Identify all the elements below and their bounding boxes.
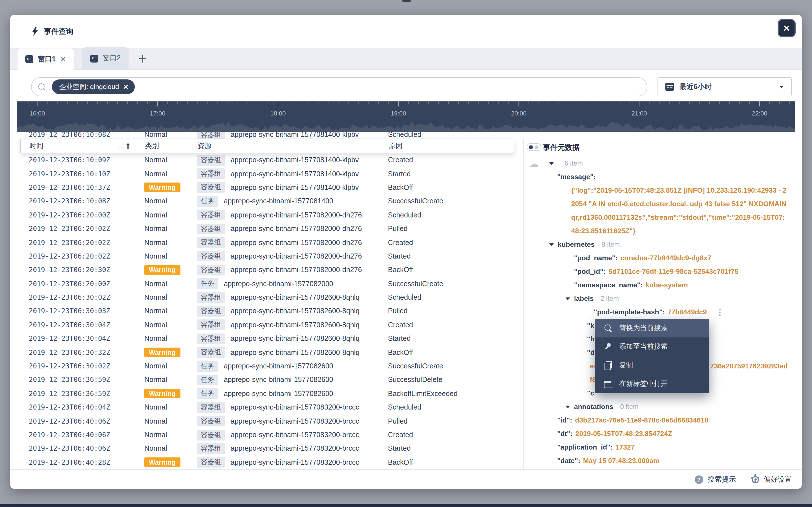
- table-row[interactable]: 2019-12-23T06:20:02Z Normal 容器组 apprepo-…: [17, 222, 522, 236]
- table-row[interactable]: 2019-12-23T06:40:06Z Normal 容器组 apprepo-…: [17, 414, 522, 428]
- display-toggle-icon[interactable]: [527, 143, 541, 151]
- tab-label: 窗口1: [38, 54, 56, 64]
- event-time: 2019-12-23T06:10:37Z: [29, 184, 144, 191]
- metadata-key: "d: [587, 349, 595, 356]
- metadata-line[interactable]: labels 2 item: [543, 292, 788, 305]
- metadata-line[interactable]: "pod_name": coredns-77b8449dc9-dg8x7: [543, 251, 788, 265]
- event-level: Warning: [144, 183, 180, 192]
- more-icon[interactable]: [719, 311, 720, 313]
- event-reason: Pulled: [388, 307, 522, 315]
- resource-kind-badge: 任务: [197, 375, 218, 385]
- table-row[interactable]: 2019-12-23T06:30:02Z Normal 容器组 apprepo-…: [17, 291, 522, 304]
- collapse-arrow-icon[interactable]: [566, 297, 570, 300]
- table-row[interactable]: 2019-12-23T06:40:06Z Normal 容器组 apprepo-…: [17, 428, 522, 442]
- table-row[interactable]: 2019-12-23T06:20:02Z Normal 容器组 apprepo-…: [17, 236, 522, 249]
- collapse-arrow-icon[interactable]: [549, 162, 554, 165]
- collapse-arrow-icon[interactable]: [566, 405, 570, 408]
- resource-kind-badge: 任务: [197, 278, 218, 289]
- event-level: Normal: [144, 238, 167, 246]
- context-menu-item[interactable]: 在新标签中打开: [595, 375, 709, 393]
- event-level: Normal: [144, 445, 167, 453]
- tab-strip: 窗口1 窗口2: [10, 48, 802, 70]
- time-range-value: 最近6小时: [679, 82, 774, 92]
- table-row[interactable]: 2019-12-23T06:30:02Z Normal 任务 apprepo-s…: [17, 359, 522, 373]
- timeline-hour-label: 20:00: [511, 110, 526, 117]
- resource-name: apprepo-sync-bitnami-1577081400-klpbv: [231, 170, 359, 178]
- metadata-line[interactable]: 6 item: [543, 157, 788, 170]
- metadata-line[interactable]: annotations 0 item: [543, 400, 788, 413]
- table-row[interactable]: 2019-12-23T06:10:09Z Normal 容器组 apprepo-…: [17, 153, 522, 167]
- table-row[interactable]: 2019-12-23T06:30:04Z Normal 容器组 apprepo-…: [17, 318, 522, 332]
- table-row[interactable]: 2019-12-23T06:30:04Z Normal 容器组 apprepo-…: [17, 332, 522, 346]
- metadata-line[interactable]: kubernetes 8 item: [543, 238, 788, 251]
- terminal-icon: [90, 54, 98, 62]
- timeline-hour-label: 17:00: [150, 110, 165, 117]
- event-reason: Created: [388, 238, 522, 246]
- search-row: 企业空间: qingcloud 最近6小时: [31, 77, 792, 96]
- table-row[interactable]: 2019-12-23T06:36:59Z Normal 任务 apprepo-s…: [17, 373, 522, 387]
- add-tab-button[interactable]: [135, 51, 150, 66]
- event-time: 2019-12-23T06:40:28Z: [29, 459, 144, 466]
- event-reason: BackOff: [388, 266, 522, 274]
- table-row[interactable]: 2019-12-23T06:36:59Z Warning 任务 apprepo-…: [17, 387, 522, 400]
- resource-kind-badge: 容器组: [197, 430, 225, 440]
- metadata-value: 17327: [615, 443, 635, 451]
- event-time: 2019-12-23T06:40:04Z: [29, 403, 144, 411]
- metadata-line[interactable]: "date": May 15 07:48:23.000am: [543, 454, 788, 467]
- context-menu-item[interactable]: 替换为当前搜索: [595, 319, 709, 337]
- table-row[interactable]: 2019-12-23T06:30:32Z Warning 容器组 apprepo…: [17, 346, 522, 359]
- metadata-line[interactable]: "message":: [543, 170, 788, 184]
- tab-window-2[interactable]: 窗口2: [82, 47, 129, 69]
- context-menu-item[interactable]: 复制: [595, 356, 709, 375]
- time-range-select[interactable]: 最近6小时: [658, 77, 792, 96]
- tab-window-1[interactable]: 窗口1: [17, 48, 74, 70]
- menu-item-label: 添加至当前搜索: [619, 342, 668, 351]
- table-row[interactable]: 2019-12-23T06:20:30Z Warning 容器组 apprepo…: [17, 263, 522, 277]
- tab-close-icon[interactable]: [61, 57, 65, 62]
- menu-item-label: 在新标签中打开: [619, 379, 668, 389]
- table-row[interactable]: 2019-12-23T06:20:00Z Normal 容器组 apprepo-…: [17, 208, 522, 222]
- cloud-icon[interactable]: ☁: [529, 159, 539, 168]
- table-row[interactable]: 2019-12-23T06:10:37Z Warning 容器组 apprepo…: [17, 181, 522, 194]
- search-tips-button[interactable]: 搜索提示: [695, 474, 736, 484]
- collapse-arrow-icon[interactable]: [549, 243, 554, 246]
- event-reason: Scheduled: [388, 403, 522, 411]
- table-row[interactable]: 2019-12-23T06:10:08Z Normal 任务 apprepo-s…: [17, 194, 522, 208]
- table-row[interactable]: 2019-12-23T06:30:03Z Normal 容器组 apprepo-…: [17, 304, 522, 318]
- table-row[interactable]: 2019-12-23T06:10:10Z Normal 容器组 apprepo-…: [17, 167, 522, 181]
- table-row[interactable]: 2019-12-23T06:40:28Z Warning 容器组 apprepo…: [17, 455, 522, 469]
- remove-filter-icon[interactable]: [123, 84, 128, 89]
- table-row[interactable]: 2019-12-23T06:20:00Z Normal 任务 apprepo-s…: [17, 277, 522, 291]
- filter-tag[interactable]: 企业空间: qingcloud: [52, 79, 135, 94]
- resource-kind-badge: 容器组: [197, 265, 225, 276]
- menu-item-icon: [604, 342, 612, 351]
- metadata-value: coredns-77b8449dc9-dg8x7: [620, 254, 712, 262]
- event-level: Normal: [144, 280, 167, 288]
- preferences-button[interactable]: 偏好设置: [752, 474, 792, 484]
- context-menu-item[interactable]: 添加至当前搜索: [595, 337, 709, 356]
- event-time: 2019-12-23T06:36:59Z: [29, 376, 144, 384]
- metadata-key: "k: [587, 322, 594, 330]
- metadata-line[interactable]: {"log":"2019-05-15T07:48:23.851Z [INFO] …: [543, 184, 788, 238]
- table-row[interactable]: 2019-12-23T06:40:04Z Normal 容器组 apprepo-…: [17, 400, 522, 414]
- table-row[interactable]: 2019-12-23T06:20:02Z Normal 容器组 apprepo-…: [17, 249, 522, 263]
- search-input[interactable]: 企业空间: qingcloud: [31, 77, 647, 96]
- resource-name: apprepo-sync-bitnami-1577082600: [224, 390, 333, 398]
- table-row-clipped[interactable]: 2019-12-23T06:10:08Z Normal 容器组 apprepo-…: [17, 132, 522, 139]
- event-reason: Scheduled: [388, 211, 522, 219]
- metadata-line[interactable]: "dt": 2019-05-15T07:48:23.854724Z: [543, 427, 788, 441]
- timeline-chart[interactable]: 16:0017:0018:0019:0020:0021:0022:00: [17, 101, 795, 132]
- metadata-line[interactable]: "application_id": 17327: [543, 441, 788, 454]
- metadata-line[interactable]: "id": d3b217ac-76e5-11e9-878c-0e5d668346…: [543, 413, 788, 427]
- metadata-line[interactable]: "namespace_name": kube-system: [543, 278, 788, 292]
- metadata-title: 事件元数据: [543, 141, 788, 154]
- modal-close-button[interactable]: [777, 19, 796, 37]
- resource-kind-badge: 容器组: [197, 347, 225, 358]
- resource-kind-badge: 容器组: [197, 155, 225, 165]
- metadata-key: annotations: [574, 403, 613, 411]
- metadata-line[interactable]: "pod_id": 5d7101ce-76df-11e9-98ca-52543c…: [543, 265, 788, 278]
- sort-icon[interactable]: [118, 143, 130, 149]
- metadata-line[interactable]: "pod-template-hash": 77b8449dc9: [543, 305, 788, 319]
- table-row[interactable]: 2019-12-23T06:40:06Z Normal 容器组 apprepo-…: [17, 442, 522, 455]
- event-reason: SuccessfulCreate: [388, 280, 522, 288]
